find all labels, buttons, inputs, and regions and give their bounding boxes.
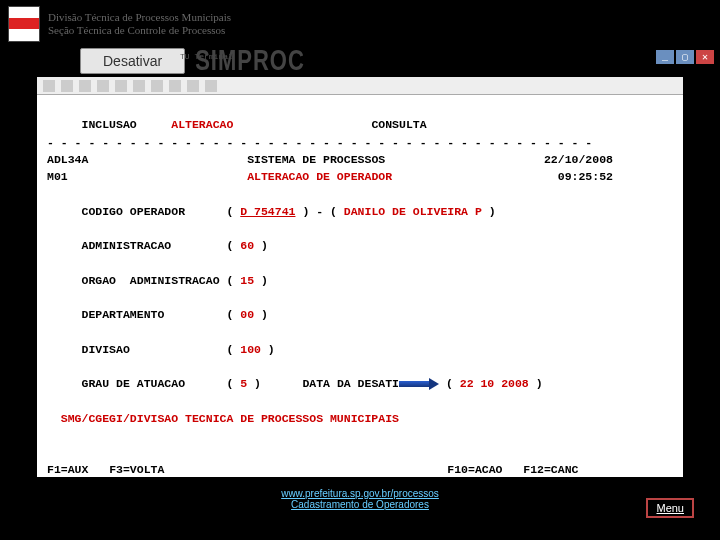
orgao-value[interactable]: 15	[240, 274, 254, 287]
grau-label: GRAU DE ATUACAO	[82, 377, 186, 390]
toolbar-icon[interactable]	[43, 80, 55, 92]
toolbar-icon[interactable]	[115, 80, 127, 92]
data-desat-value[interactable]: 22 10 2008	[460, 377, 529, 390]
toolbar-icon[interactable]	[151, 80, 163, 92]
data-desat-label: DATA DA DESATI	[302, 377, 399, 390]
toolbar-icon[interactable]	[205, 80, 217, 92]
footer-link-cadastramento[interactable]: Cadastramento de Operadores	[0, 499, 720, 510]
terminal-body: INCLUSAO ALTERACAO CONSULTA - - - - - - …	[37, 95, 683, 478]
maximize-icon[interactable]: ▢	[676, 50, 694, 64]
minimize-icon[interactable]: _	[656, 50, 674, 64]
desativar-tab[interactable]: Desativar	[80, 48, 185, 74]
depto-label: DEPARTAMENTO	[82, 308, 165, 321]
orgao-label: ORGAO ADMINISTRACAO	[82, 274, 220, 287]
menu-inclusao[interactable]: INCLUSAO	[82, 118, 137, 131]
toolbar-icon[interactable]	[61, 80, 73, 92]
toolbar-icon[interactable]	[187, 80, 199, 92]
depto-value[interactable]: 00	[240, 308, 254, 321]
screen-title: SISTEMA DE PROCESSOS	[247, 153, 385, 166]
close-icon[interactable]: ✕	[696, 50, 714, 64]
menu-button[interactable]: Menu	[646, 498, 694, 518]
menu-consulta[interactable]: CONSULTA	[371, 118, 426, 131]
f1-key[interactable]: F1=AUX	[47, 463, 88, 476]
toolbar-icon[interactable]	[79, 80, 91, 92]
terminal-toolbar	[37, 77, 683, 95]
app-title: SIMPROC	[195, 44, 305, 78]
toolbar-icon[interactable]	[169, 80, 181, 92]
divisao-value[interactable]: 100	[240, 343, 261, 356]
footer-link-processos[interactable]: www.prefeitura.sp.gov.br/processos	[0, 488, 720, 499]
toolbar-icon[interactable]	[133, 80, 145, 92]
terminal-window: INCLUSAO ALTERACAO CONSULTA - - - - - - …	[36, 76, 684, 478]
toolbar-icon[interactable]	[97, 80, 109, 92]
org-path: SMG/CGEGI/DIVISAO TECNICA DE PROCESSOS M…	[61, 412, 399, 425]
f12-key[interactable]: F12=CANC	[523, 463, 578, 476]
city-crest-logo	[8, 6, 40, 42]
codigo-label: CODIGO OPERADOR	[82, 205, 186, 218]
grau-value[interactable]: 5	[240, 377, 247, 390]
admin-label: ADMINISTRACAO	[82, 239, 172, 252]
f10-key[interactable]: F10=ACAO	[447, 463, 502, 476]
admin-value[interactable]: 60	[240, 239, 254, 252]
screen-time: 09:25:52	[558, 170, 613, 183]
screen-date: 22/10/2008	[544, 153, 613, 166]
arrow-icon	[399, 378, 439, 390]
codigo-value[interactable]: D 754741	[240, 205, 295, 218]
f3-key[interactable]: F3=VOLTA	[109, 463, 164, 476]
screen-code: ADL34A	[47, 153, 88, 166]
dept-title-2: Seção Técnica de Controle de Processos	[48, 24, 231, 37]
screen-subtitle: ALTERACAO DE OPERADOR	[247, 170, 392, 183]
divisao-label: DIVISAO	[82, 343, 130, 356]
menu-alteracao[interactable]: ALTERACAO	[171, 118, 233, 131]
codigo-name: DANILO DE OLIVEIRA P	[344, 205, 482, 218]
dept-title-1: Divisão Técnica de Processos Municipais	[48, 11, 231, 24]
device-code: M01	[47, 170, 68, 183]
